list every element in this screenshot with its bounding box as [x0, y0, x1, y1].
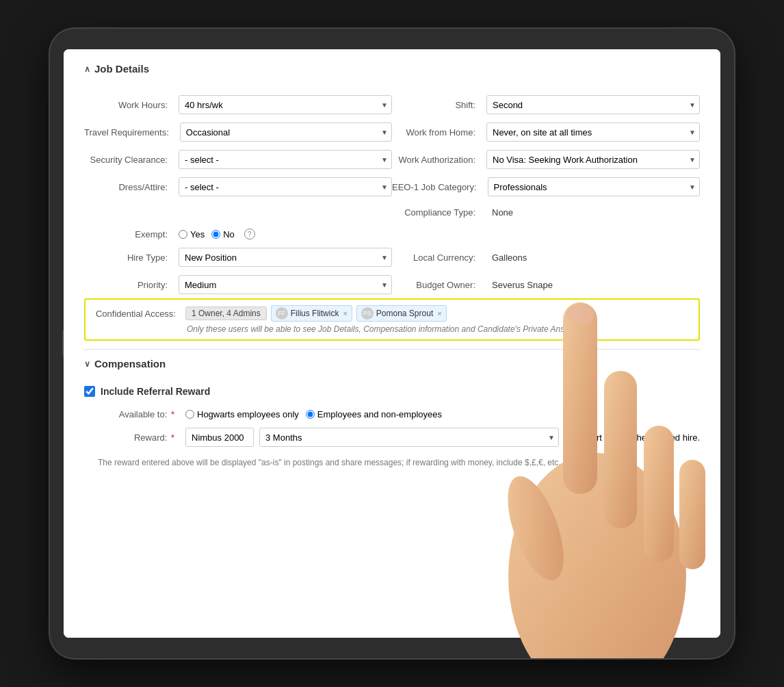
- exempt-yes-radio[interactable]: [179, 230, 187, 239]
- compliance-label: Compliance Type:: [392, 207, 481, 218]
- priority-select[interactable]: Medium: [179, 275, 392, 294]
- available-to-row: Available to: * Hogwarts employees only …: [98, 405, 700, 424]
- available-to-required: *: [171, 409, 174, 419]
- dress-label: Dress/Attire:: [84, 182, 173, 192]
- budget-owner-value: Severus Snape: [486, 277, 700, 293]
- all-employees-label[interactable]: Employees and non-employees: [306, 409, 442, 419]
- security-row: Security Clearance: - select - ▼: [84, 146, 392, 173]
- after-text: after start date of the referred hire.: [564, 432, 700, 443]
- work-auth-label: Work Authorization:: [392, 155, 481, 165]
- security-label: Security Clearance:: [84, 155, 173, 165]
- user-name-ff: Filius Flitwick: [291, 309, 339, 318]
- dress-select[interactable]: - select -: [179, 177, 392, 196]
- exempt-label: Exempt:: [84, 229, 173, 239]
- reward-label-text: Reward:: [134, 432, 167, 443]
- reward-row: Reward: * 3 Months 1 Month 6 Months 12 M…: [98, 424, 700, 451]
- work-hours-row: Work Hours: 40 hrs/wk ▼: [84, 91, 392, 118]
- compensation-toggle[interactable]: ∨: [84, 359, 90, 369]
- work-auth-row: Work Authorization: No Visa: Seeking Wor…: [392, 146, 700, 173]
- local-currency-value: Galleons: [486, 250, 700, 265]
- empty-left-row: [84, 200, 392, 224]
- budget-owner-label: Budget Owner:: [392, 280, 481, 290]
- priority-row: Priority: Medium ▼: [84, 271, 392, 298]
- shift-select-wrapper: Second ▼: [486, 95, 700, 114]
- job-details-form: Work Hours: 40 hrs/wk ▼ Shift: Second: [84, 91, 700, 298]
- job-details-title: Job Details: [94, 63, 149, 75]
- user-tag-ps: PS Pomona Sprout ×: [356, 305, 447, 322]
- content-area: ∧ Job Details Work Hours: 40 hrs/wk ▼: [64, 49, 720, 638]
- reward-required: *: [171, 432, 174, 443]
- wfh-label: Work from Home:: [392, 127, 481, 138]
- all-employees-radio[interactable]: [306, 410, 315, 419]
- eeo1-label: EEO-1 Job Category:: [392, 182, 482, 192]
- priority-label: Priority:: [84, 280, 173, 290]
- work-auth-select[interactable]: No Visa: Seeking Work Authorization: [486, 150, 700, 169]
- dress-select-wrapper: - select - ▼: [179, 177, 392, 196]
- exempt-help-icon[interactable]: ?: [244, 229, 255, 239]
- right-empty-row: [392, 224, 700, 244]
- available-to-label-text: Available to:: [119, 409, 168, 419]
- empty-value: [179, 210, 392, 216]
- hogwarts-only-text: Hogwarts employees only: [197, 409, 299, 419]
- reward-note: The reward entered above will be display…: [98, 456, 700, 469]
- reward-input[interactable]: [185, 428, 254, 447]
- exempt-row: Exempt: Yes No ?: [84, 224, 392, 244]
- job-details-toggle[interactable]: ∧: [84, 64, 90, 74]
- available-to-label: Available to: *: [98, 409, 180, 419]
- duration-select[interactable]: 3 Months 1 Month 6 Months 12 Months: [259, 428, 559, 447]
- security-select[interactable]: - select -: [179, 150, 392, 169]
- travel-select[interactable]: Occasional: [180, 122, 392, 142]
- wfh-select[interactable]: Never, on site at all times: [486, 122, 700, 142]
- exempt-no-radio[interactable]: [211, 230, 220, 239]
- travel-row: Travel Requirements: Occasional ▼: [84, 118, 392, 146]
- travel-label: Travel Requirements:: [84, 127, 174, 138]
- work-hours-select[interactable]: 40 hrs/wk: [179, 95, 392, 114]
- work-hours-select-wrapper: 40 hrs/wk ▼: [179, 95, 392, 114]
- shift-row: Shift: Second ▼: [392, 91, 700, 118]
- exempt-yes-label[interactable]: Yes: [179, 229, 205, 239]
- referral-reward-text: Include Referral Reward: [101, 386, 210, 397]
- priority-select-wrapper: Medium ▼: [179, 275, 392, 294]
- available-to-radio-group: Hogwarts employees only Employees and no…: [185, 409, 700, 419]
- remove-ff-button[interactable]: ×: [343, 309, 347, 317]
- reward-label: Reward: *: [98, 432, 180, 443]
- compensation-section-header: ∨ Compensation: [84, 358, 700, 375]
- hire-type-select[interactable]: New Position: [179, 248, 392, 267]
- local-currency-label: Local Currency:: [392, 252, 481, 263]
- avatar-ps: PS: [361, 307, 374, 320]
- all-employees-text: Employees and non-employees: [317, 409, 442, 419]
- confidential-access-row: Confidential Access: 1 Owner, 4 Admins F…: [92, 305, 692, 322]
- job-details-section-header: ∧ Job Details: [84, 63, 700, 80]
- section-divider: [84, 349, 700, 350]
- avatar-ff: FF: [276, 307, 288, 320]
- compensation-title: Compensation: [94, 358, 166, 370]
- exempt-radio-group: Yes No ?: [179, 229, 392, 239]
- wfh-row: Work from Home: Never, on site at all ti…: [392, 118, 700, 146]
- local-currency-row: Local Currency: Galleons: [392, 244, 700, 271]
- eeo1-select[interactable]: Professionals: [488, 177, 700, 196]
- compensation-section: ∨ Compensation Include Referral Reward A…: [84, 358, 700, 469]
- referral-form: Available to: * Hogwarts employees only …: [98, 405, 700, 469]
- hire-type-select-wrapper: New Position ▼: [179, 248, 392, 267]
- budget-owner-row: Budget Owner: Severus Snape: [392, 271, 700, 298]
- shift-select[interactable]: Second: [486, 95, 700, 114]
- dress-row: Dress/Attire: - select - ▼: [84, 173, 392, 200]
- compliance-value: None: [486, 205, 700, 220]
- exempt-no-label[interactable]: No: [211, 229, 235, 239]
- tablet-screen: ∧ Job Details Work Hours: 40 hrs/wk ▼: [64, 49, 720, 638]
- referral-reward-label[interactable]: Include Referral Reward: [84, 386, 700, 397]
- duration-select-wrapper: 3 Months 1 Month 6 Months 12 Months ▼: [259, 428, 559, 447]
- work-hours-label: Work Hours:: [84, 100, 173, 110]
- hogwarts-only-label[interactable]: Hogwarts employees only: [185, 409, 299, 419]
- remove-ps-button[interactable]: ×: [437, 309, 441, 317]
- hire-type-label: Hire Type:: [84, 252, 173, 263]
- travel-select-wrapper: Occasional ▼: [180, 122, 392, 142]
- confidential-access-label: Confidential Access:: [92, 309, 181, 319]
- hogwarts-only-radio[interactable]: [185, 410, 194, 419]
- shift-label: Shift:: [392, 100, 481, 110]
- security-select-wrapper: - select - ▼: [179, 150, 392, 169]
- referral-reward-checkbox[interactable]: [84, 386, 95, 397]
- hire-type-row: Hire Type: New Position ▼: [84, 244, 392, 271]
- work-auth-select-wrapper: No Visa: Seeking Work Authorization ▼: [486, 150, 700, 169]
- eeo1-select-wrapper: Professionals ▼: [488, 177, 700, 196]
